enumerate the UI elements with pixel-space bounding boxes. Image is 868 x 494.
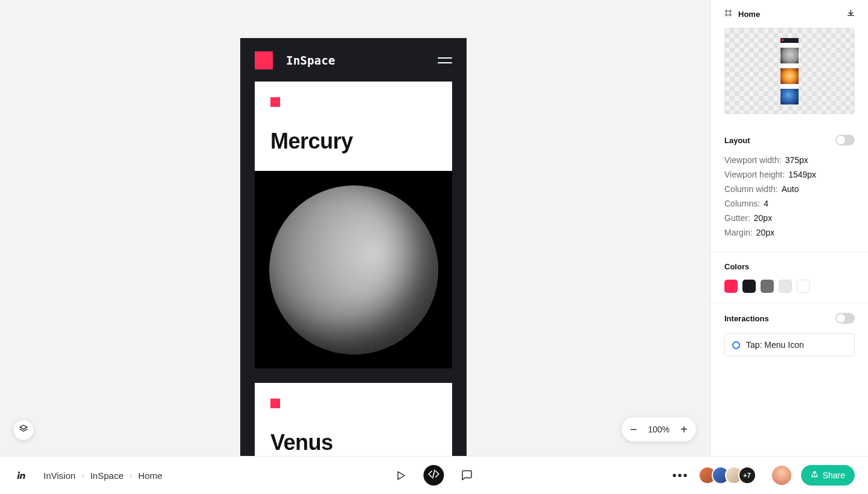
share-button[interactable]: Share bbox=[801, 465, 855, 486]
brand-name: InSpace bbox=[286, 54, 335, 67]
interaction-type-icon bbox=[732, 341, 740, 349]
interactions-section-title: Interactions bbox=[724, 314, 769, 323]
card-head: Mercury bbox=[255, 82, 452, 171]
card-title: Venus bbox=[270, 430, 436, 455]
value-viewport-height: 1549px bbox=[788, 170, 816, 179]
color-swatch[interactable] bbox=[797, 280, 810, 293]
label-viewport-width: Viewport width: bbox=[724, 155, 782, 165]
label-columns: Columns: bbox=[724, 199, 760, 208]
code-icon bbox=[428, 468, 440, 483]
layers-button[interactable] bbox=[13, 420, 34, 440]
planet-card-mercury[interactable]: Mercury bbox=[255, 82, 452, 368]
color-swatches bbox=[724, 280, 855, 293]
collaborator-avatars[interactable]: +7 bbox=[698, 466, 756, 484]
svg-marker-5 bbox=[398, 472, 404, 480]
breadcrumb-item[interactable]: Home bbox=[138, 470, 162, 481]
label-gutter: Gutter: bbox=[724, 213, 750, 223]
label-margin: Margin: bbox=[724, 228, 753, 237]
share-icon bbox=[811, 470, 819, 480]
card-head: Venus bbox=[255, 383, 452, 456]
right-controls: ••• +7 Share bbox=[672, 465, 855, 486]
value-gutter: 20px bbox=[754, 213, 772, 223]
svg-marker-0 bbox=[20, 425, 27, 429]
avatar-overflow[interactable]: +7 bbox=[738, 466, 756, 484]
breadcrumb-item[interactable]: InSpace bbox=[90, 470, 123, 481]
card-accent-dot bbox=[270, 399, 280, 408]
colors-section: Colors bbox=[711, 252, 868, 303]
planet-card-venus[interactable]: Venus bbox=[255, 383, 452, 456]
zoom-out-button[interactable]: − bbox=[630, 423, 637, 435]
brand: InSpace bbox=[255, 51, 335, 69]
color-swatch[interactable] bbox=[742, 280, 756, 293]
comments-button[interactable] bbox=[461, 469, 473, 481]
layout-section-title: Layout bbox=[724, 136, 750, 145]
color-swatch[interactable] bbox=[779, 280, 792, 293]
card-title: Mercury bbox=[270, 129, 436, 154]
interactions-toggle[interactable] bbox=[835, 313, 855, 324]
value-margin: 20px bbox=[756, 228, 774, 237]
avatar-overflow-count: +7 bbox=[743, 472, 751, 479]
value-column-width: Auto bbox=[782, 184, 799, 194]
inspector-header: Home bbox=[711, 0, 868, 25]
planet-mercury-sphere bbox=[269, 185, 438, 354]
color-swatch[interactable] bbox=[761, 280, 774, 293]
frame-icon bbox=[724, 8, 732, 19]
brand-mark bbox=[255, 51, 273, 69]
layout-toggle[interactable] bbox=[835, 135, 855, 146]
invision-logo-icon[interactable] bbox=[13, 467, 29, 483]
my-avatar[interactable] bbox=[772, 466, 791, 485]
interaction-item[interactable]: Tap: Menu Icon bbox=[724, 333, 855, 356]
interaction-label: Tap: Menu Icon bbox=[746, 340, 804, 350]
chevron-right-icon: › bbox=[129, 471, 132, 480]
more-menu-button[interactable]: ••• bbox=[672, 469, 689, 483]
artboard-thumbnail[interactable] bbox=[724, 28, 855, 114]
card-image-mercury bbox=[255, 171, 452, 368]
svg-line-6 bbox=[433, 470, 435, 478]
zoom-in-button[interactable]: + bbox=[680, 423, 688, 435]
frame-name: Home bbox=[738, 10, 760, 19]
card-list: Mercury Venus bbox=[240, 82, 467, 456]
artboard-frame[interactable]: InSpace Mercury Venus bbox=[240, 38, 467, 456]
inspector-panel: Home Layout Viewport width:375px Viewpor… bbox=[710, 0, 868, 456]
value-viewport-width: 375px bbox=[785, 155, 808, 165]
share-button-label: Share bbox=[823, 470, 845, 480]
colors-section-title: Colors bbox=[724, 262, 749, 271]
breadcrumb-item[interactable]: InVision bbox=[43, 470, 75, 481]
card-accent-dot bbox=[270, 97, 280, 107]
label-column-width: Column width: bbox=[724, 184, 778, 194]
bottom-bar: InVision › InSpace › Home ••• +7 bbox=[0, 456, 868, 494]
interactions-section: Interactions Tap: Menu Icon bbox=[711, 303, 868, 456]
zoom-level-label: 100% bbox=[648, 425, 670, 434]
layout-section: Layout Viewport width:375px Viewport hei… bbox=[711, 125, 868, 252]
label-viewport-height: Viewport height: bbox=[724, 170, 785, 179]
play-button[interactable] bbox=[395, 470, 407, 481]
breadcrumbs: InVision › InSpace › Home bbox=[43, 470, 162, 481]
center-controls bbox=[395, 465, 473, 486]
zoom-control: − 100% + bbox=[622, 417, 696, 441]
color-swatch[interactable] bbox=[724, 280, 738, 293]
canvas-area[interactable]: InSpace Mercury Venus bbox=[0, 0, 710, 456]
value-columns: 4 bbox=[764, 199, 768, 208]
app-header: InSpace bbox=[240, 38, 467, 82]
download-button[interactable] bbox=[847, 8, 855, 19]
hamburger-menu-icon[interactable] bbox=[438, 57, 452, 63]
chevron-right-icon: › bbox=[81, 471, 84, 480]
layers-icon bbox=[19, 424, 28, 436]
inspect-code-button[interactable] bbox=[424, 465, 444, 486]
